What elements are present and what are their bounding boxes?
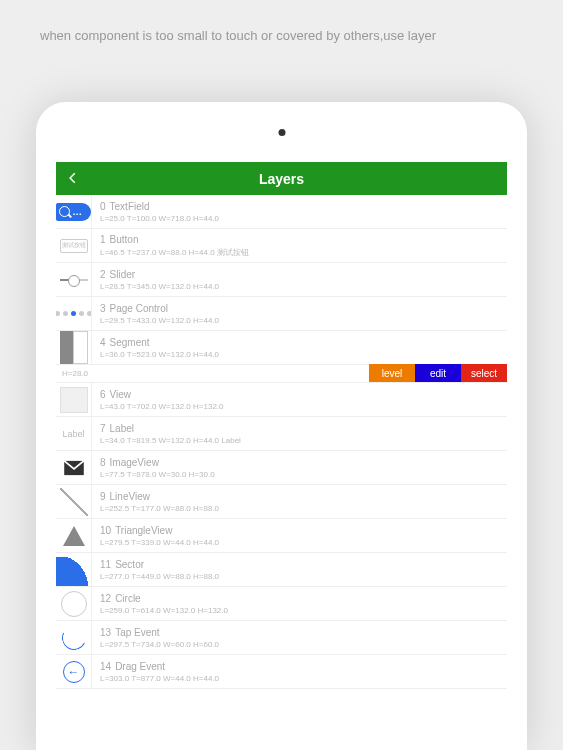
thumb-pagecontrol: [56, 297, 92, 330]
table-row[interactable]: 3Page Control L=29.5 T=433.0 W=132.0 H=4…: [56, 297, 507, 331]
table-row[interactable]: ••• 0TextField L=25.0 T=100.0 W=718.0 H=…: [56, 195, 507, 229]
layer-list: ••• 0TextField L=25.0 T=100.0 W=718.0 H=…: [56, 195, 507, 689]
table-row[interactable]: 9LineView L=252.5 T=177.0 W=88.0 H=88.0: [56, 485, 507, 519]
envelope-icon: [63, 460, 85, 476]
thumb-drag: ←: [56, 655, 92, 688]
table-row[interactable]: 10TriangleView L=279.5 T=339.0 W=44.0 H=…: [56, 519, 507, 553]
edit-button[interactable]: edit: [415, 364, 461, 382]
thumb-label: Label: [56, 417, 92, 450]
thumb-tap: [56, 621, 92, 654]
thumb-view: [56, 383, 92, 416]
thumb-imageview: [56, 451, 92, 484]
page-title: Layers: [259, 171, 304, 187]
chevron-left-icon: [66, 171, 80, 185]
thumb-segment: [56, 331, 92, 364]
table-row[interactable]: 6View L=43.0 T=702.0 W=132.0 H=132.0: [56, 383, 507, 417]
section-header: H=28.0 level edit select: [56, 365, 507, 383]
table-row[interactable]: 13Tap Event L=297.5 T=734.0 W=60.0 H=60.…: [56, 621, 507, 655]
table-row[interactable]: 2Slider L=28.5 T=345.0 W=132.0 H=44.0: [56, 263, 507, 297]
thumb-slider: [56, 263, 92, 296]
row-actions: level edit select: [369, 364, 507, 382]
table-row[interactable]: ← 14Drag Event L=303.0 T=877.0 W=44.0 H=…: [56, 655, 507, 689]
thumb-lineview: [56, 485, 92, 518]
table-row[interactable]: 测试按钮 1Button L=46.5 T=237.0 W=88.0 H=44.…: [56, 229, 507, 263]
device-camera: [278, 129, 285, 136]
navbar: Layers: [56, 162, 507, 195]
thumb-button: 测试按钮: [56, 229, 92, 262]
table-row[interactable]: Label 7Label L=34.0 T=819.5 W=132.0 H=44…: [56, 417, 507, 451]
ipad-frame: Layers ••• 0TextField L=25.0 T=100.0 W=7…: [36, 102, 527, 750]
select-button[interactable]: select: [461, 364, 507, 382]
thumb-circle: [56, 587, 92, 620]
level-button[interactable]: level: [369, 364, 415, 382]
thumb-triangleview: [56, 519, 92, 552]
table-row[interactable]: 12Circle L=259.0 T=614.0 W=132.0 H=132.0: [56, 587, 507, 621]
thumb-sector: [56, 553, 92, 586]
table-row[interactable]: 8ImageView L=77.5 T=878.0 W=30.0 H=30.0: [56, 451, 507, 485]
thumb-textfield: •••: [56, 195, 92, 228]
screen: Layers ••• 0TextField L=25.0 T=100.0 W=7…: [56, 162, 507, 750]
table-row[interactable]: 4Segment L=36.0 T=523.0 W=132.0 H=44.0: [56, 331, 507, 365]
table-row[interactable]: 11Sector L=277.0 T=449.0 W=88.0 H=88.0: [56, 553, 507, 587]
arrow-left-icon: ←: [63, 661, 85, 683]
page-caption: when component is too small to touch or …: [40, 28, 436, 43]
back-button[interactable]: [62, 167, 84, 189]
